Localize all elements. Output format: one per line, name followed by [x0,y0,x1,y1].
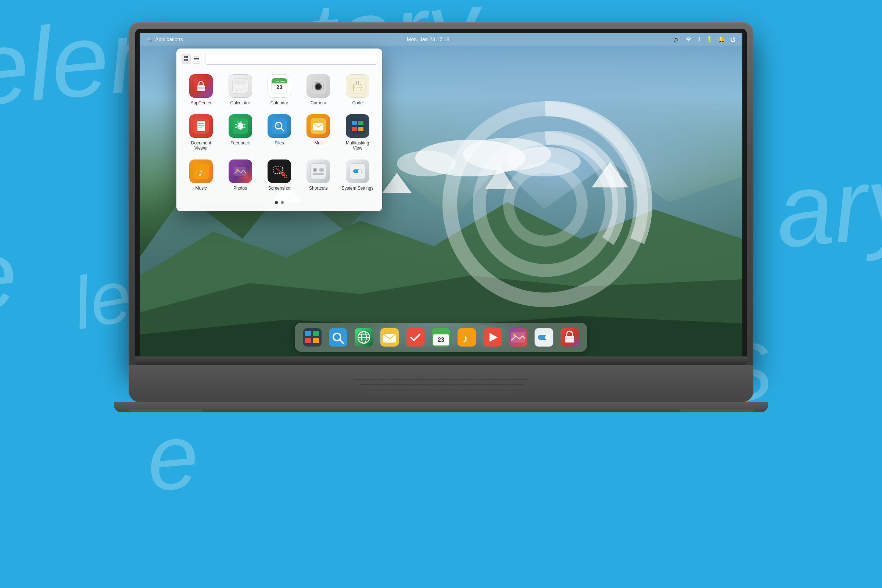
page-dot-2[interactable] [281,201,284,204]
app-music[interactable]: ♪ Music [183,156,219,194]
key [486,381,496,385]
dock-music[interactable]: ♪ [456,326,478,348]
svg-text:January: January [274,80,285,83]
launcher-search-input[interactable] [205,53,377,64]
keyboard-row-2 [353,381,529,385]
svg-text:23: 23 [276,84,282,90]
svg-rect-135 [565,338,574,339]
app-multitasking[interactable]: Multitasking View [340,111,376,154]
dock-photos[interactable] [507,326,529,348]
shortcuts-label: Shortcuts [309,186,328,191]
app-code[interactable]: { } code { } Code [340,71,376,108]
key [437,381,448,385]
screen-bezel: 🔍 Applications Mon, Jan 23 17:18 🔊 [135,28,747,357]
page-dot-1[interactable] [275,201,278,204]
app-calendar[interactable]: 23 January Calendar [261,71,297,108]
dock-files[interactable] [327,326,349,348]
dock-videos[interactable] [482,326,504,348]
svg-text:⇧: ⇧ [320,169,322,172]
laptop: 🔍 Applications Mon, Jan 23 17:18 🔊 [129,22,753,412]
app-camera[interactable]: Camera [300,71,336,108]
app-system-settings[interactable]: System Settings [340,156,376,194]
key [417,386,429,390]
mail-icon [306,114,330,138]
power-icon[interactable]: ⏻ [730,36,736,43]
dock-appcenter[interactable] [559,326,580,348]
list-view-button[interactable] [192,54,201,64]
key [449,381,460,385]
svg-point-15 [508,168,582,241]
key [359,381,375,385]
key [425,381,436,385]
settings-label: System Settings [341,186,374,191]
keyboard-rows [353,376,529,395]
svg-rect-103 [313,331,319,336]
svg-text:{ }: { } [356,81,359,84]
svg-text:}: } [360,83,362,91]
svg-rect-95 [313,173,324,175]
key [454,386,465,390]
shortcuts-icon: ⌘ ⇧ [306,159,330,183]
page-dots [176,201,382,204]
topbar-right: 🔊 🔋 [673,36,736,43]
key [353,376,364,380]
key [377,376,388,380]
dock-browser[interactable] [353,326,375,348]
multitask-icon [346,114,369,138]
svg-point-100 [358,170,362,173]
svg-text:=: = [240,89,242,92]
key [413,381,424,385]
svg-rect-30 [235,81,246,84]
dock-calendar[interactable]: 23 [430,326,452,348]
camera-icon [306,74,330,98]
svg-rect-120 [432,332,450,334]
svg-rect-102 [305,331,311,336]
svg-rect-18 [186,56,188,58]
dock-mail[interactable] [378,326,400,348]
calendar-label: Calendar [270,100,288,105]
key [502,386,522,390]
app-mail[interactable]: Mail [300,111,336,154]
svg-rect-19 [184,59,186,61]
key [414,376,425,380]
key [388,381,399,385]
svg-rect-78 [358,121,363,125]
svg-rect-105 [313,338,319,343]
notification-icon[interactable]: 🔔 [718,36,725,43]
topbar-datetime: Mon, Jan 23 17:18 [407,36,450,42]
laptop-base [114,402,768,412]
dock-settings[interactable] [533,326,555,348]
calendar-icon: 23 January [267,74,291,98]
key [478,386,489,390]
topbar-left: 🔍 Applications [146,36,183,42]
volume-icon[interactable]: 🔊 [673,36,680,43]
app-shortcuts[interactable]: ⌘ ⇧ Shortcuts [300,156,336,194]
app-appcenter[interactable]: AppCenter [183,71,219,108]
screenshot-label: Screenshot [268,186,291,191]
app-calculator[interactable]: + − × = Calculator [222,71,258,108]
svg-point-73 [277,124,279,126]
app-files[interactable]: Files [261,111,297,154]
files-label: Files [274,140,284,146]
grid-view-button[interactable] [182,54,191,64]
bluetooth-icon[interactable] [696,36,701,43]
app-grid: AppCenter + − [176,68,382,200]
battery-icon[interactable]: 🔋 [706,36,713,43]
wifi-icon[interactable] [686,36,691,43]
music-label: Music [195,186,207,191]
elementary-rings [439,98,652,311]
topbar-search-icon: 🔍 [146,37,152,42]
dock-tasks[interactable] [404,326,426,348]
dock-multitasking[interactable] [302,326,323,348]
app-feedback[interactable]: Feedback [222,111,258,154]
app-photos[interactable]: Photos [222,156,258,194]
laptop-outer: 🔍 Applications Mon, Jan 23 17:18 🔊 [129,22,753,365]
key [442,386,453,390]
key [499,376,510,380]
files-icon [267,114,291,138]
app-document-viewer[interactable]: Document Viewer [183,111,219,154]
svg-rect-76 [350,118,365,134]
app-screenshot[interactable]: Screenshot [261,156,297,194]
svg-rect-23 [194,60,199,60]
key [474,376,486,380]
